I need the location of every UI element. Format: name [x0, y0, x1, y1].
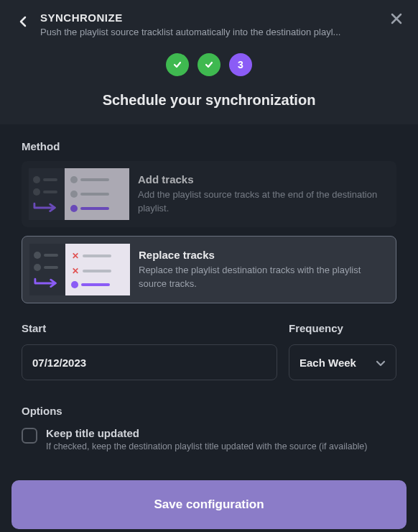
dialog-title: SYNCHRONIZE	[40, 12, 404, 24]
check-icon	[172, 60, 182, 70]
schedule-heading: Schedule your synchronization	[0, 86, 418, 124]
keep-title-checkbox-row[interactable]: Keep title updated If checked, keep the …	[22, 427, 396, 453]
frequency-select[interactable]: Each Week	[289, 344, 396, 380]
keep-title-label: Keep title updated	[46, 427, 367, 439]
step-indicator: 3	[0, 46, 418, 86]
x-icon: ✕	[71, 251, 80, 261]
method-option-replace[interactable]: ✕ ✕ Replace tracks Replace the playlist …	[22, 236, 396, 303]
start-date-input[interactable]	[22, 344, 277, 380]
method-option-add[interactable]: Add tracks Add the playlist source track…	[22, 161, 396, 227]
close-button[interactable]	[388, 10, 405, 27]
step-2-done[interactable]	[198, 53, 220, 76]
method-add-desc: Add the playlist source tracks at the en…	[138, 188, 389, 214]
chevron-down-icon	[376, 357, 386, 369]
method-label: Method	[22, 140, 396, 152]
method-replace-title: Replace tracks	[139, 249, 389, 261]
dialog-header: SYNCHRONIZE Push the playlist source tra…	[0, 0, 418, 46]
dialog-subtitle: Push the playlist source tracklist autom…	[40, 27, 404, 37]
step-3-current: 3	[229, 53, 252, 76]
keep-title-desc: If checked, keep the destination playlis…	[46, 441, 367, 453]
method-replace-desc: Replace the playlist destination tracks …	[139, 264, 389, 290]
keep-title-checkbox[interactable]	[22, 428, 37, 444]
method-replace-thumb: ✕ ✕	[29, 244, 130, 295]
method-add-thumb	[29, 168, 129, 220]
back-button[interactable]	[14, 13, 32, 30]
frequency-label: Frequency	[289, 322, 396, 334]
options-label: Options	[22, 405, 396, 417]
check-icon	[204, 60, 214, 70]
close-icon	[391, 13, 402, 24]
x-icon: ✕	[71, 266, 80, 276]
frequency-value: Each Week	[299, 357, 356, 369]
save-configuration-button[interactable]: Save configuration	[11, 480, 407, 529]
method-add-title: Add tracks	[138, 173, 389, 185]
step-1-done[interactable]	[166, 53, 189, 76]
start-label: Start	[22, 322, 277, 334]
chevron-left-icon	[19, 16, 27, 27]
